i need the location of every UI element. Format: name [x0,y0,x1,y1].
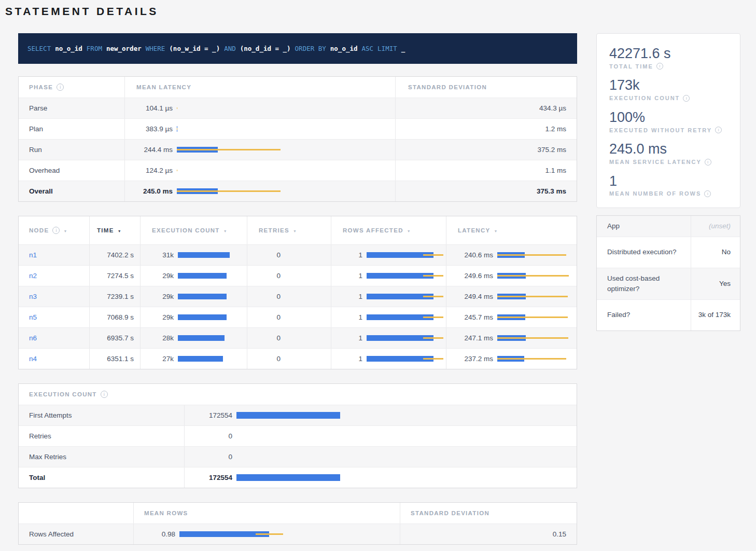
statement-details-page: STATEMENT DETAILS SELECT no_o_id FROM ne… [0,0,756,551]
sort-arrow-icon[interactable]: ▼ [63,229,67,233]
execution-count-header: EXECUTION COUNT i [19,384,577,405]
rows-affected-value: 1 [343,251,362,259]
node-link[interactable]: n4 [29,355,37,363]
latency-bar [497,273,569,279]
stat-executed-without-retry: 100% EXECUTED WITHOUT RETRYi [609,109,727,133]
info-icon[interactable]: i [705,159,711,166]
retries-column-header[interactable]: RETRIES ▼ [247,216,331,244]
sql-keyword: ASC [362,45,374,52]
sort-arrow-icon[interactable]: ▼ [293,229,297,233]
exec-count-value: 27k [152,355,174,363]
stat-mean-number-of-rows: 1 MEAN NUMBER OF ROWSi [609,173,727,197]
node-time: 6935.7 s [90,328,141,348]
retries-value: 0 [259,293,281,300]
latency-bar [497,314,569,320]
node-time: 7274.5 s [90,266,141,286]
page-title: STATEMENT DETAILS [5,5,740,18]
phase-column-header: PHASE i [19,77,125,98]
phase-latency-table: PHASE i MEAN LATENCY STANDARD DEVIATION … [18,76,577,202]
info-icon[interactable]: i [57,84,64,91]
std-dev-value: 434.3 µs [395,98,577,118]
attribute-value: No [691,237,740,268]
time-column-header[interactable]: TIME ▼ [90,216,141,244]
stat-value: 100% [609,109,727,126]
table-row: n2 7274.5 s 29k 0 1 249.6 ms [19,265,577,286]
rows-affected-label: Rows Affected [19,524,134,544]
info-icon[interactable]: i [683,95,690,102]
rows-affected-bar [367,335,443,341]
table-row: Max Retries 0 [19,446,577,467]
node-link[interactable]: n3 [29,293,37,300]
sql-keyword: LIMIT [377,45,397,52]
mean-rows-bar [179,531,283,537]
info-icon[interactable]: i [101,391,108,398]
std-dev-column-header: STANDARD DEVIATION [395,77,577,98]
sql-identifier: (no_d_id = _) [240,45,291,52]
phase-name: Run [19,140,125,160]
node-link[interactable]: n1 [29,251,37,259]
sort-arrow-icon[interactable]: ▼ [494,229,498,233]
attribute-label: Failed? [597,300,691,330]
table-row: Overhead 124.2 µs 1.1 ms [19,160,577,181]
table-row: Used cost-based optimizer? Yes [597,268,740,299]
latency-value: 240.6 ms [458,251,493,259]
phase-name: Overall [19,181,125,201]
node-link[interactable]: n6 [29,334,37,342]
node-time: 6351.1 s [90,349,141,369]
sql-keyword: ORDER BY [295,45,326,52]
info-icon[interactable]: i [656,63,663,70]
sort-arrow-icon[interactable]: ▼ [407,229,411,233]
rows-affected-value: 1 [343,355,362,363]
node-link[interactable]: n2 [29,272,37,280]
exec-count-value: 28k [152,334,174,342]
execution-count-table: EXECUTION COUNT i First Attempts 172554 … [18,383,577,488]
exec-count-bar [236,474,340,481]
node-column-header[interactable]: NODE i ▼ [19,216,90,244]
stat-label: EXECUTION COUNT [609,95,680,101]
mean-rows-value: 0.98 [141,530,175,538]
exec-row-label: Retries [19,426,185,446]
std-dev-value: 375.3 ms [395,181,577,201]
latency-bar [177,126,281,132]
sort-arrow-icon[interactable]: ▼ [118,229,122,233]
info-icon[interactable]: i [715,127,722,133]
retries-value: 0 [259,251,281,259]
sort-arrow-icon[interactable]: ▼ [223,229,228,233]
info-icon[interactable]: i [52,227,60,234]
exec-count-value: 31k [152,251,174,259]
rows-affected-bar [367,273,443,279]
table-row: Failed? 3k of 173k [597,299,740,330]
std-dev-column-header: STANDARD DEVIATION [400,503,577,524]
execution-count-column-header[interactable]: EXECUTION COUNT ▼ [141,216,247,244]
retries-value: 0 [259,272,281,280]
rows-affected-value: 1 [343,272,362,280]
sql-keyword: AND [224,45,236,52]
stat-label: MEAN SERVICE LATENCY [609,159,702,165]
latency-value: 237.2 ms [458,355,493,363]
table-row: Distributed execution? No [597,237,740,268]
table-row: n4 6351.1 s 27k 0 1 237.2 ms [19,348,577,369]
node-link[interactable]: n5 [29,313,37,321]
sql-identifier: new_order [106,45,142,52]
table-row: App (unset) [597,216,740,237]
phase-name: Plan [19,119,125,139]
phase-name: Overhead [19,160,125,181]
stat-value: 245.0 ms [609,141,727,157]
rows-affected-column-header[interactable]: ROWS AFFECTED ▼ [331,216,446,244]
table-row: Parse 104.1 µs 434.3 µs [19,98,577,118]
node-time: 7402.2 s [90,245,141,265]
latency-column-header[interactable]: LATENCY ▼ [446,216,577,244]
summary-stats-card: 42271.6 s TOTAL TIMEi 173k EXECUTION COU… [596,33,740,208]
exec-count-bar [178,356,230,362]
exec-count-bar [236,433,340,439]
stat-label: EXECUTED WITHOUT RETRY [609,127,712,133]
sql-identifier: no_o_id [330,45,358,52]
latency-value: 245.7 ms [458,313,493,321]
mean-latency-value: 383.9 µs [136,125,173,133]
info-icon[interactable]: i [704,190,711,197]
latency-bar [177,188,281,194]
exec-count-bar [178,273,230,279]
table-row: n3 7239.1 s 29k 0 1 249.4 ms [19,286,577,307]
mean-latency-value: 245.0 ms [136,187,173,195]
table-row-total: Total 172554 [19,467,577,488]
